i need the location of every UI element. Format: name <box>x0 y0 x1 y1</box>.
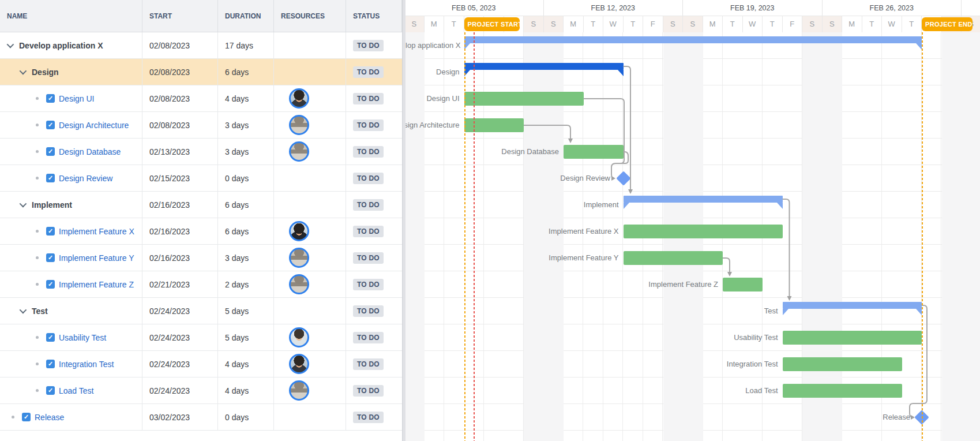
bullet-icon <box>36 389 39 392</box>
bullet-icon <box>36 256 39 259</box>
task-name-link[interactable]: Implement Feature X <box>59 227 134 236</box>
day-cell: S <box>683 16 703 32</box>
table-row[interactable]: ✓ Implement Feature Y 02/16/2023 3 days … <box>0 245 402 271</box>
table-row[interactable]: ✓ Design Architecture 02/08/2023 3 days … <box>0 112 402 139</box>
project-end-line <box>922 32 923 441</box>
table-row[interactable]: Develop application X 02/08/2023 17 days… <box>0 32 402 59</box>
week-label: FEB 26, 2023 <box>823 0 962 16</box>
task-name-link[interactable]: Implement Feature Y <box>59 253 134 263</box>
collapse-caret-icon[interactable] <box>20 200 27 208</box>
gantt-bar-summary-develop-application-x[interactable] <box>464 36 922 43</box>
table-row[interactable]: ✓ Design UI 02/08/2023 4 days TO DO <box>0 85 402 112</box>
resources-cell <box>274 218 346 244</box>
gantt-bar-design-ui[interactable] <box>464 92 584 106</box>
task-name-link[interactable]: Usability Test <box>59 333 106 342</box>
status-badge: TO DO <box>353 66 384 78</box>
collapse-caret-icon[interactable] <box>7 41 14 48</box>
task-table: NAME START DURATION RESOURCES STATUS Dev… <box>0 0 402 441</box>
gantt-row-label: Design UI <box>405 94 460 103</box>
avatar[interactable] <box>289 248 309 268</box>
table-row[interactable]: Test 02/24/2023 5 days TO DO <box>0 298 402 324</box>
gantt-bar-implement-feature-z[interactable] <box>723 278 763 291</box>
gantt-bar-usability-test[interactable] <box>783 331 922 345</box>
table-gantt-splitter[interactable] <box>402 0 405 441</box>
table-row[interactable]: Design 02/08/2023 6 days TO DO <box>0 59 402 85</box>
table-row[interactable]: ✓ Usability Test 02/24/2023 5 days TO DO <box>0 324 402 351</box>
avatar[interactable] <box>289 327 309 347</box>
task-name-link[interactable]: Load Test <box>59 386 93 395</box>
subtask-checkbox-icon[interactable]: ✓ <box>46 174 55 182</box>
gantt-bar-load-test[interactable] <box>783 384 902 398</box>
task-name-link[interactable]: Design Database <box>59 147 121 156</box>
duration: 4 days <box>218 351 274 377</box>
collapse-caret-icon[interactable] <box>20 68 27 75</box>
status-badge: TO DO <box>353 173 384 184</box>
task-name-link[interactable]: Design Architecture <box>59 121 129 130</box>
gantt-bar-design-database[interactable] <box>564 145 624 159</box>
subtask-checkbox-icon[interactable]: ✓ <box>46 360 55 368</box>
day-cell: W <box>743 16 763 32</box>
gantt-bar-summary-implement[interactable] <box>624 196 783 203</box>
gantt-row-label: Design Architecture <box>405 121 460 130</box>
avatar[interactable] <box>289 221 309 241</box>
duration: 0 days <box>218 165 274 191</box>
table-row[interactable]: ✓ Design Database 02/13/2023 3 days TO D… <box>0 139 402 165</box>
task-name-link[interactable]: Implement Feature Z <box>59 280 134 289</box>
duration: 5 days <box>218 324 274 350</box>
day-cell: M <box>842 16 862 32</box>
table-row[interactable]: ✓ Release 03/02/2023 0 days TO DO <box>0 404 402 431</box>
subtask-checkbox-icon[interactable]: ✓ <box>22 413 31 421</box>
subtask-checkbox-icon[interactable]: ✓ <box>46 227 55 236</box>
subtask-checkbox-icon[interactable]: ✓ <box>46 253 55 262</box>
task-name-link[interactable]: Integration Test <box>59 360 114 369</box>
start-date: 02/08/2023 <box>142 112 218 138</box>
gantt-row-label: Implement Feature Y <box>405 253 619 263</box>
start-date: 02/24/2023 <box>142 378 218 403</box>
start-date: 02/16/2023 <box>142 245 218 271</box>
subtask-checkbox-icon[interactable]: ✓ <box>46 333 55 342</box>
task-name-link[interactable]: Design UI <box>59 94 94 103</box>
duration: 4 days <box>218 85 274 111</box>
avatar[interactable] <box>289 88 309 109</box>
gantt-bar-implement-feature-y[interactable] <box>624 251 723 265</box>
today-line <box>474 32 475 441</box>
table-header: NAME START DURATION RESOURCES STATUS <box>0 0 402 32</box>
gantt-row-label: Design Database <box>405 147 559 156</box>
table-row[interactable]: ✓ Implement Feature X 02/16/2023 6 days … <box>0 218 402 245</box>
day-cell: F <box>643 16 663 32</box>
table-row[interactable]: ✓ Implement Feature Z 02/21/2023 2 days … <box>0 271 402 298</box>
gantt-bar-summary-design[interactable] <box>464 63 624 70</box>
resources-cell <box>274 192 346 218</box>
week-label: FEB 12, 2023 <box>544 0 684 16</box>
day-cell: T <box>584 16 604 32</box>
avatar[interactable] <box>289 380 309 401</box>
subtask-checkbox-icon[interactable]: ✓ <box>46 386 55 395</box>
avatar[interactable] <box>289 115 309 135</box>
subtask-checkbox-icon[interactable]: ✓ <box>46 121 55 129</box>
task-name-link[interactable]: Design Review <box>59 174 112 183</box>
avatar[interactable] <box>289 274 309 294</box>
task-name-link[interactable]: Release <box>35 413 64 422</box>
milestone-diamond-design-review[interactable] <box>616 171 630 185</box>
resources-cell <box>274 165 346 191</box>
gantt-body: Develop application X Design Design UI D… <box>405 32 980 441</box>
bullet-icon <box>36 283 39 286</box>
subtask-checkbox-icon[interactable]: ✓ <box>46 94 55 103</box>
table-row[interactable]: ✓ Integration Test 02/24/2023 4 days TO … <box>0 351 402 378</box>
subtask-checkbox-icon[interactable]: ✓ <box>46 147 55 156</box>
table-row[interactable]: ✓ Load Test 02/24/2023 4 days TO DO <box>0 378 402 404</box>
column-header-duration: DURATION <box>218 0 274 32</box>
gantt-bar-implement-feature-x[interactable] <box>624 225 783 238</box>
avatar[interactable] <box>289 141 309 162</box>
gantt-bar-integration-test[interactable] <box>783 357 902 371</box>
table-row[interactable]: Implement 02/16/2023 6 days TO DO <box>0 192 402 218</box>
duration: 0 days <box>218 404 274 430</box>
day-cell: T <box>444 16 464 32</box>
day-cell: M <box>564 16 584 32</box>
table-row[interactable]: ✓ Design Review 02/15/2023 0 days TO DO <box>0 165 402 192</box>
status-badge: TO DO <box>353 146 384 158</box>
subtask-checkbox-icon[interactable]: ✓ <box>46 280 55 289</box>
avatar[interactable] <box>289 354 309 374</box>
collapse-caret-icon[interactable] <box>20 307 27 314</box>
gantt-bar-summary-test[interactable] <box>783 302 922 309</box>
